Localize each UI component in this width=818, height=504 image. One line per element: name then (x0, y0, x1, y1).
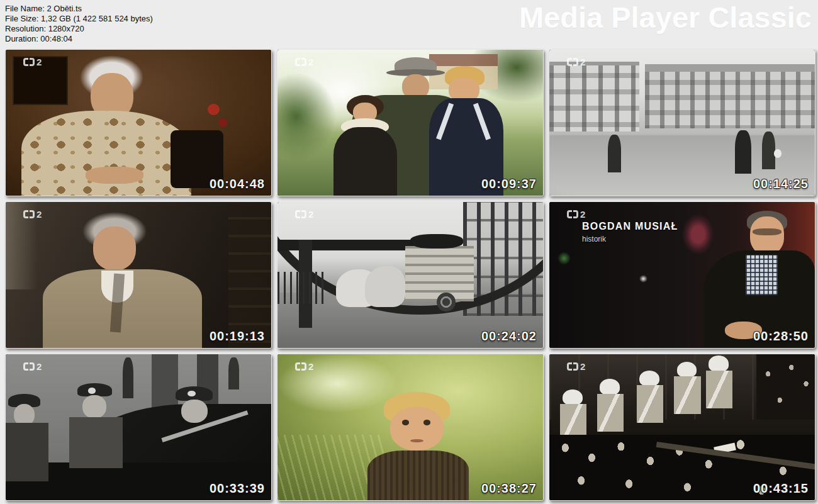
timestamp-overlay: 00:14:25 (753, 177, 809, 191)
ct2-channel-logo-icon: 2 (567, 362, 585, 371)
logo-number: 2 (308, 57, 313, 67)
gallery-faces (756, 354, 815, 420)
officer-face (181, 400, 208, 423)
boy-face (390, 407, 443, 451)
timestamp-overlay: 00:33:39 (210, 481, 265, 496)
vignette (549, 50, 815, 196)
caption-name: BOGDAN MUSIAŁ (582, 221, 678, 232)
caption-role: historik (582, 235, 606, 244)
officer-uniform (6, 423, 48, 481)
thumbnail-sheet: File Name: 2 Oběti.ts File Size: 1,32 GB… (0, 0, 818, 504)
logo-number: 2 (308, 210, 313, 219)
cart-wheel (437, 293, 456, 311)
thumbnail-tile: 2 00:04:48 (5, 49, 272, 196)
logo-bracket-right-icon (301, 362, 306, 371)
logo-number: 2 (36, 57, 42, 67)
logo-bracket-right-icon (301, 210, 306, 218)
thumbnail-image (6, 50, 271, 196)
thumbnail-image (549, 50, 815, 196)
logo-bracket-left-icon (23, 362, 28, 371)
thumbnail-tile: 2 00:38:27 (277, 354, 544, 501)
thumbnail-image (6, 202, 271, 348)
logo-number: 2 (580, 210, 585, 219)
logo-number: 2 (580, 362, 585, 371)
logo-bracket-left-icon (567, 210, 572, 218)
logo-bracket-left-icon (295, 58, 300, 66)
person-face (93, 227, 136, 271)
logo-bracket-left-icon (23, 58, 28, 66)
thumbnail-tile: 2 00:09:37 (277, 49, 544, 196)
file-info-block: File Name: 2 Oběti.ts File Size: 1,32 GB… (5, 4, 153, 44)
red-picture-frame (682, 214, 714, 255)
logo-number: 2 (308, 362, 313, 371)
timestamp-overlay: 00:04:48 (210, 177, 265, 191)
thumbnail-image (277, 202, 543, 348)
guard-uniform (637, 385, 663, 423)
timestamp-overlay: 00:09:37 (481, 177, 537, 191)
thumbnail-image (6, 354, 271, 500)
red-flower (218, 118, 228, 127)
thumbnail-tile: BOGDAN MUSIAŁ historik 2 00:28:50 (549, 201, 815, 349)
thumbnail-image (277, 354, 543, 500)
guard-uniform (674, 376, 700, 414)
thumbnail-image (549, 354, 815, 500)
checkered-shirt (746, 255, 778, 296)
ct2-channel-logo-icon: 2 (567, 210, 585, 219)
guard-helmet (677, 362, 697, 378)
guard-uniform (706, 371, 732, 408)
horse (365, 266, 405, 307)
logo-bracket-right-icon (30, 210, 35, 218)
duration-line: Duration: 00:48:04 (5, 34, 153, 44)
person-face (750, 216, 785, 254)
logo-bracket-left-icon (23, 210, 28, 218)
green-bokeh (557, 252, 571, 265)
guard-helmet (639, 371, 659, 387)
ct2-channel-logo-icon: 2 (23, 362, 42, 371)
tree-left (277, 73, 336, 160)
thumbnail-grid: 2 00:04:48 (5, 49, 815, 501)
guard-helmet (709, 356, 729, 372)
ct2-channel-logo-icon: 2 (23, 210, 42, 219)
thumbnail-tile: 2 00:19:13 (5, 201, 272, 349)
logo-bracket-left-icon (567, 58, 572, 66)
thumbnail-tile: 2 00:24:02 (277, 201, 544, 349)
file-name-line: File Name: 2 Oběti.ts (5, 4, 153, 14)
logo-bracket-right-icon (573, 362, 578, 371)
ct2-channel-logo-icon: 2 (295, 362, 313, 371)
ct2-channel-logo-icon: 2 (295, 210, 313, 219)
pedestrian-silhouette (228, 357, 239, 389)
logo-bracket-right-icon (30, 362, 35, 371)
logo-number: 2 (36, 210, 42, 219)
cap-badge (88, 388, 96, 393)
red-flower (208, 104, 220, 116)
logo-bracket-right-icon (301, 58, 306, 66)
logo-bracket-left-icon (295, 210, 300, 218)
guard-uniform (597, 394, 624, 432)
boy-shoulders (367, 451, 468, 501)
app-title-watermark: Media Player Classic (519, 0, 812, 35)
timestamp-overlay: 00:24:02 (481, 329, 537, 344)
pedestrian-silhouette (123, 357, 133, 398)
thumbnail-tile: 2 00:43:15 (549, 354, 815, 501)
timestamp-overlay: 00:19:13 (210, 329, 265, 344)
light-bokeh (639, 275, 647, 283)
logo-bracket-right-icon (573, 210, 578, 218)
guard-helmet (563, 389, 583, 406)
cart-box (405, 246, 474, 301)
cap-badge (188, 391, 196, 396)
file-size-line: File Size: 1,32 GB (1 422 581 524 bytes) (5, 14, 153, 24)
guard-helmet (600, 379, 620, 395)
cart-driver (410, 234, 463, 249)
boy-eye (423, 420, 430, 425)
logo-bracket-right-icon (573, 58, 578, 66)
officer-uniform (69, 417, 122, 468)
glasses (753, 228, 782, 236)
timestamp-overlay: 00:28:50 (753, 329, 809, 344)
ct2-channel-logo-icon: 2 (23, 57, 42, 67)
thumbnail-tile: 2 00:33:39 (5, 354, 272, 501)
thumbnail-tile: 2 00:14:25 (549, 49, 815, 196)
timestamp-overlay: 00:38:27 (481, 481, 537, 496)
logo-bracket-right-icon (30, 58, 35, 66)
boy-eye (402, 420, 409, 425)
logo-number: 2 (580, 57, 585, 67)
